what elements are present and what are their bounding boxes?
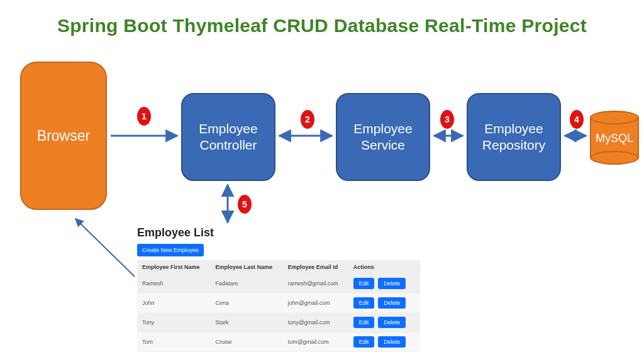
- step-badge-5: 5: [238, 195, 252, 214]
- repo-label-1: Employee: [484, 121, 543, 136]
- cell-email: tony@gmail.com: [283, 313, 348, 332]
- cell-actions: EditDelete: [348, 332, 420, 352]
- employee-table: Employee First Name Employee Last Name E…: [137, 260, 420, 352]
- service-label-1: Employee: [353, 121, 412, 136]
- edit-button[interactable]: Edit: [353, 297, 375, 309]
- col-email: Employee Email Id: [283, 260, 348, 274]
- edit-button[interactable]: Edit: [353, 336, 375, 348]
- page-title: Spring Boot Thymeleaf CRUD Database Real…: [0, 15, 644, 36]
- col-last-name: Employee Last Name: [210, 260, 282, 274]
- mysql-database: MySQL: [590, 111, 639, 165]
- delete-button[interactable]: Delete: [378, 297, 406, 309]
- table-row: RameshFadatareramesh@gmail.comEditDelete: [137, 274, 420, 293]
- cell-first: John: [137, 293, 210, 313]
- table-row: TomCruisetom@gmail.comEditDelete: [137, 332, 420, 352]
- delete-button[interactable]: Delete: [378, 317, 406, 328]
- cell-email: ramesh@gmail.com: [283, 274, 348, 293]
- cell-last: Stark: [210, 313, 282, 332]
- col-actions: Actions: [348, 260, 420, 274]
- step-badge-3: 3: [440, 110, 454, 129]
- employee-controller-block: Employee Controller: [181, 93, 275, 181]
- cell-last: Cruise: [210, 332, 282, 352]
- col-first-name: Employee First Name: [137, 260, 210, 274]
- repo-label-2: Repository: [482, 138, 545, 152]
- browser-block: Browser: [20, 62, 107, 210]
- cell-email: tom@gmail.com: [283, 332, 348, 352]
- employee-service-block: Employee Service: [336, 93, 430, 181]
- edit-button[interactable]: Edit: [353, 278, 375, 289]
- cell-first: Ramesh: [137, 274, 210, 293]
- controller-label-1: Employee: [199, 121, 257, 136]
- cell-email: john@gmail.com: [283, 293, 348, 313]
- arrow-list-to-browser: [75, 219, 135, 277]
- table-row: JohnCenajohn@gmail.comEditDelete: [137, 293, 420, 313]
- db-label: MySQL: [590, 132, 639, 145]
- step-badge-1: 1: [137, 107, 151, 126]
- cell-actions: EditDelete: [348, 313, 420, 332]
- delete-button[interactable]: Delete: [378, 336, 406, 348]
- cell-last: Cena: [210, 293, 282, 313]
- step-badge-4: 4: [570, 110, 584, 129]
- cell-first: Tom: [137, 332, 210, 352]
- delete-button[interactable]: Delete: [378, 278, 406, 289]
- step-badge-2: 2: [301, 110, 314, 129]
- cell-actions: EditDelete: [348, 274, 420, 293]
- employee-list-heading: Employee List: [137, 226, 420, 239]
- controller-label-2: Controller: [199, 138, 257, 152]
- employee-repository-block: Employee Repository: [467, 93, 561, 181]
- cell-last: Fadatare: [210, 274, 282, 293]
- table-row: TonyStarktony@gmail.comEditDelete: [137, 313, 420, 332]
- employee-list-panel: Employee List Create New Employee Employ…: [137, 226, 420, 352]
- service-label-2: Service: [361, 138, 405, 152]
- edit-button[interactable]: Edit: [353, 317, 375, 328]
- cell-actions: EditDelete: [348, 293, 420, 313]
- cell-first: Tony: [137, 313, 210, 332]
- create-employee-button[interactable]: Create New Employee: [137, 244, 204, 256]
